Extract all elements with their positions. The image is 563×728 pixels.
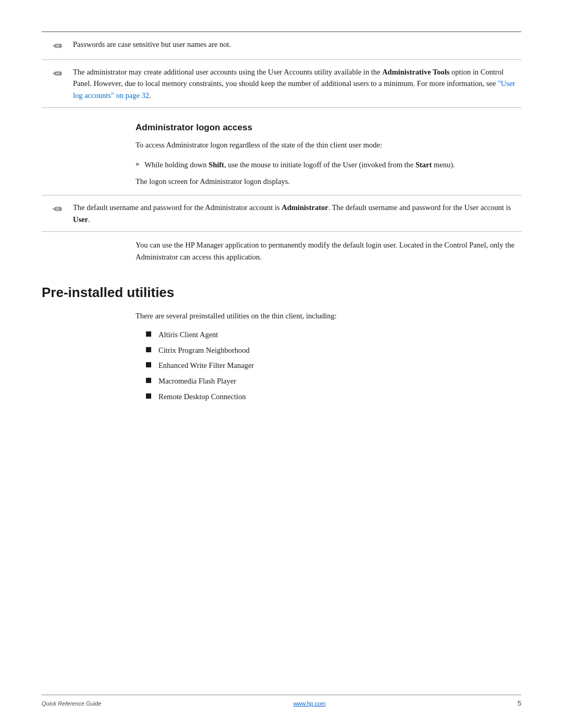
list-item-altiris: Altiris Client Agent [146,329,521,341]
shift-bold: Shift [209,161,224,169]
bullet-ewf [146,362,151,367]
pre-installed-heading: Pre-installed utilities [42,285,521,301]
pre-installed-intro: There are several preinstalled utilities… [42,310,521,322]
admin-logon-heading: Administrator logon access [42,122,521,133]
footer-guide-label: Quick Reference Guide [42,700,101,707]
notes-section: ✏ Passwords are case sensitive but user … [42,32,521,108]
list-item-ewf: Enhanced Write Filter Manager [146,360,521,372]
utilities-list: Altiris Client Agent Citrix Program Neig… [42,329,521,403]
note-text-1: Passwords are case sensitive but user na… [73,39,521,50]
note-text-3: The default username and password for th… [73,202,521,225]
content-area: ✏ Passwords are case sensitive but user … [0,32,563,403]
shift-bullet-item: » While holding down Shift, use the mous… [42,159,521,170]
page-container: ✏ Passwords are case sensitive but user … [0,0,563,728]
note-icon-1: ✏ [42,39,73,53]
admin-intro-para: To access Administrator logon regardless… [42,139,521,151]
admin-bold: Administrator [282,203,328,212]
note-row-1: ✏ Passwords are case sensitive but user … [42,32,521,60]
ewf-label: Enhanced Write Filter Manager [158,360,254,372]
shift-bullet-text: While holding down Shift, use the mouse … [144,159,455,170]
note-row-2: ✏ The administrator may create additiona… [42,60,521,108]
logon-screen-para: The logon screen for Administrator logon… [42,176,521,188]
note-1-text: Passwords are case sensitive but user na… [73,40,231,48]
footer-website-link[interactable]: www.hp.com [293,700,325,707]
note-row-3: ✏ The default username and password for … [42,195,521,232]
altiris-label: Altiris Client Agent [158,329,218,341]
note-icon-2: ✏ [42,66,73,81]
rdp-label: Remote Desktop Connection [158,391,246,403]
bold-admin-tools: Administrative Tools [382,68,449,76]
hp-manager-para: You can use the HP Manager application t… [42,239,521,263]
note-text-2: The administrator may create additional … [73,66,521,101]
citrix-label: Citrix Program Neighborhood [158,345,250,356]
list-item-rdp: Remote Desktop Connection [146,391,521,403]
list-item-citrix: Citrix Program Neighborhood [146,345,521,356]
bullet-altiris [146,331,151,337]
arrow-symbol: » [136,159,139,168]
pencil-icon-3: ✏ [53,203,62,216]
bullet-rdp [146,393,151,399]
bullet-citrix [146,347,151,352]
note-icon-3: ✏ [42,202,73,216]
list-item-flash: Macromedia Flash Player [146,376,521,387]
pencil-icon-1: ✏ [53,40,62,53]
user-log-accounts-link[interactable]: "User log accounts" on page 32 [73,79,515,99]
footer-page-number: 5 [518,699,521,707]
flash-label: Macromedia Flash Player [158,376,236,387]
pencil-icon-2: ✏ [53,67,62,81]
start-bold: Start [415,161,432,169]
bullet-flash [146,378,151,383]
page-footer: Quick Reference Guide www.hp.com 5 [42,695,521,707]
user-bold: User [73,215,88,224]
